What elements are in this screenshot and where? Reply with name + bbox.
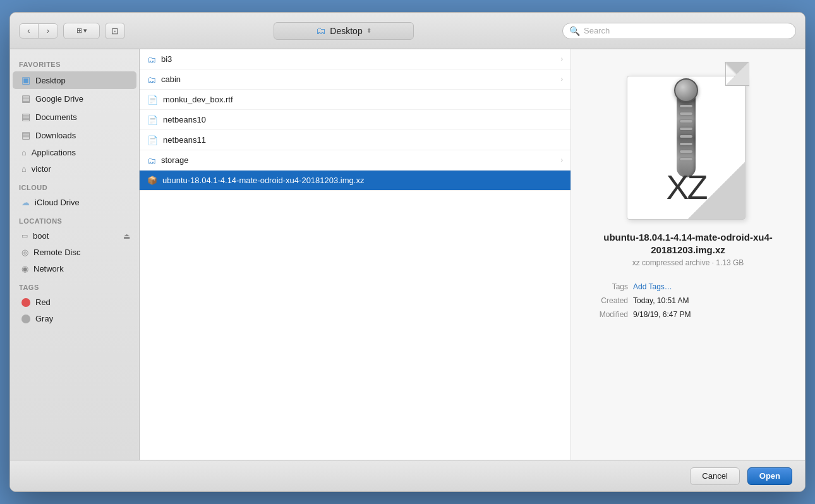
file-name: bi3 <box>161 54 172 64</box>
folder-icon: 🗂 <box>147 54 156 64</box>
preview-filetype: xz compressed archive · 1.13 GB <box>632 258 744 267</box>
tags-row: Tags Add Tags… <box>584 280 792 294</box>
remote-disc-icon: ◎ <box>21 248 28 257</box>
preview-panel: XZ ubuntu-18.04.1-4.14-mate-odroid-xu4-2… <box>571 49 805 460</box>
zipper-track <box>677 80 696 177</box>
bottom-bar: Cancel Open <box>10 460 805 491</box>
file-row[interactable]: 🗂 bi3 › <box>140 49 570 69</box>
file-name: ubuntu-18.04.1-4.14-mate-odroid-xu4-2018… <box>162 176 364 185</box>
locations-label: Locations <box>10 211 139 227</box>
search-icon: 🔍 <box>569 26 580 36</box>
folder-icon: 🗂 <box>316 25 326 37</box>
sidebar-item-label: Documents <box>35 112 77 122</box>
file-row[interactable]: 📄 netbeans10 <box>140 110 570 130</box>
xz-file-icon: 📦 <box>147 176 157 185</box>
sidebar-item-label: boot <box>33 231 49 241</box>
sidebar-item-documents[interactable]: ▤ Documents <box>13 108 136 126</box>
red-tag-dot <box>21 298 30 307</box>
created-label: Created <box>584 296 628 305</box>
xz-file-preview-icon: XZ <box>622 62 754 220</box>
folder-icon: 🗂 <box>147 75 156 85</box>
modified-value: 9/18/19, 6:47 PM <box>633 310 691 319</box>
google-drive-icon: ▤ <box>21 93 30 104</box>
back-button[interactable]: ‹ <box>20 24 39 38</box>
icloud-label: iCloud <box>10 177 139 194</box>
tags-label: Tags <box>584 282 628 291</box>
sidebar-item-boot[interactable]: ▭ boot ⏏ <box>13 228 136 244</box>
file-row[interactable]: 📄 netbeans11 <box>140 130 570 150</box>
sidebar-item-label: Network <box>33 264 64 273</box>
action-button[interactable]: ⊡ <box>105 23 125 39</box>
search-placeholder: Search <box>584 26 610 35</box>
search-box[interactable]: 🔍 Search <box>562 23 796 39</box>
desktop-icon: ▣ <box>21 75 30 86</box>
network-icon: ◉ <box>21 264 28 273</box>
documents-icon: ▤ <box>21 111 30 123</box>
sidebar-item-label: Downloads <box>35 131 76 140</box>
xz-label: XZ <box>627 167 745 207</box>
victor-icon: ⌂ <box>21 164 27 174</box>
cancel-button[interactable]: Cancel <box>690 467 739 485</box>
sidebar: Favorites ▣ Desktop ▤ Google Drive ▤ Doc… <box>10 49 140 460</box>
sidebar-item-tag-gray[interactable]: Gray <box>13 311 136 327</box>
main-content: Favorites ▣ Desktop ▤ Google Drive ▤ Doc… <box>10 49 805 460</box>
sidebar-item-label: Desktop <box>35 76 66 85</box>
corner-fold-inner <box>725 62 749 86</box>
eject-button[interactable]: ⏏ <box>123 232 130 241</box>
toolbar: ‹ › ⊞ ▾ ⊡ 🗂 Desktop ⬍ 🔍 Search <box>10 13 805 49</box>
location-bar[interactable]: 🗂 Desktop ⬍ <box>274 22 413 40</box>
created-row: Created Today, 10:51 AM <box>584 294 792 308</box>
favorites-label: Favorites <box>10 54 139 71</box>
sidebar-item-label: Applications <box>32 148 76 157</box>
file-icon: 📄 <box>147 115 158 125</box>
zipper-teeth <box>680 105 692 160</box>
sidebar-item-label: Google Drive <box>35 94 83 104</box>
boot-icon: ▭ <box>21 232 28 240</box>
applications-icon: ⌂ <box>21 148 27 157</box>
chevron-right-icon: › <box>561 157 563 164</box>
location-name: Desktop <box>330 26 362 36</box>
preview-filename: ubuntu-18.04.1-4.14-mate-odroid-xu4-2018… <box>584 231 792 256</box>
sidebar-item-downloads[interactable]: ▤ Downloads <box>13 126 136 144</box>
file-name: netbeans11 <box>163 135 206 145</box>
downloads-icon: ▤ <box>21 129 30 141</box>
modified-row: Modified 9/18/19, 6:47 PM <box>584 308 792 321</box>
view-button[interactable]: ⊞ ▾ <box>63 23 100 39</box>
sidebar-item-label: Gray <box>35 314 53 323</box>
sidebar-item-victor[interactable]: ⌂ victor <box>13 161 136 177</box>
zipper-pull <box>674 78 698 102</box>
view-icon: ⊞ <box>76 27 82 35</box>
open-button[interactable]: Open <box>747 467 792 485</box>
sidebar-item-google-drive[interactable]: ▤ Google Drive <box>13 90 136 107</box>
file-row[interactable]: 🗂 storage › <box>140 150 570 171</box>
icloud-drive-icon: ☁ <box>21 198 30 207</box>
sidebar-item-desktop[interactable]: ▣ Desktop <box>13 71 136 89</box>
gray-tag-dot <box>21 315 30 323</box>
chevron-right-icon: › <box>561 56 563 63</box>
tags-value[interactable]: Add Tags… <box>633 282 672 291</box>
forward-button[interactable]: › <box>39 24 57 38</box>
view-arrow-icon: ▾ <box>83 27 87 35</box>
file-name: netbeans10 <box>163 115 206 124</box>
sidebar-item-label: iCloud Drive <box>35 198 80 207</box>
sidebar-item-network[interactable]: ◉ Network <box>13 261 136 277</box>
sidebar-item-label: victor <box>32 164 51 174</box>
sidebar-item-label: Red <box>35 297 51 307</box>
sidebar-item-tag-red[interactable]: Red <box>13 294 136 310</box>
location-arrow-icon: ⬍ <box>366 27 371 34</box>
chevron-right-icon: › <box>561 76 563 83</box>
file-row-selected[interactable]: 📦 ubuntu-18.04.1-4.14-mate-odroid-xu4-20… <box>140 171 570 191</box>
tags-label: Tags <box>10 277 139 294</box>
modified-label: Modified <box>584 310 628 319</box>
file-row[interactable]: 🗂 cabin › <box>140 69 570 90</box>
nav-button-group: ‹ › <box>19 23 58 39</box>
paper-background: XZ <box>627 76 746 220</box>
preview-meta: Tags Add Tags… Created Today, 10:51 AM M… <box>584 280 792 321</box>
sidebar-item-icloud-drive[interactable]: ☁ iCloud Drive <box>13 195 136 210</box>
file-name: cabin <box>161 75 181 84</box>
sidebar-item-remote-disc[interactable]: ◎ Remote Disc <box>13 244 136 260</box>
sidebar-item-applications[interactable]: ⌂ Applications <box>13 145 136 160</box>
file-row[interactable]: 📄 monku_dev_box.rtf <box>140 90 570 110</box>
finder-window: ‹ › ⊞ ▾ ⊡ 🗂 Desktop ⬍ 🔍 Search Favorites… <box>9 12 806 492</box>
created-value: Today, 10:51 AM <box>633 296 689 305</box>
